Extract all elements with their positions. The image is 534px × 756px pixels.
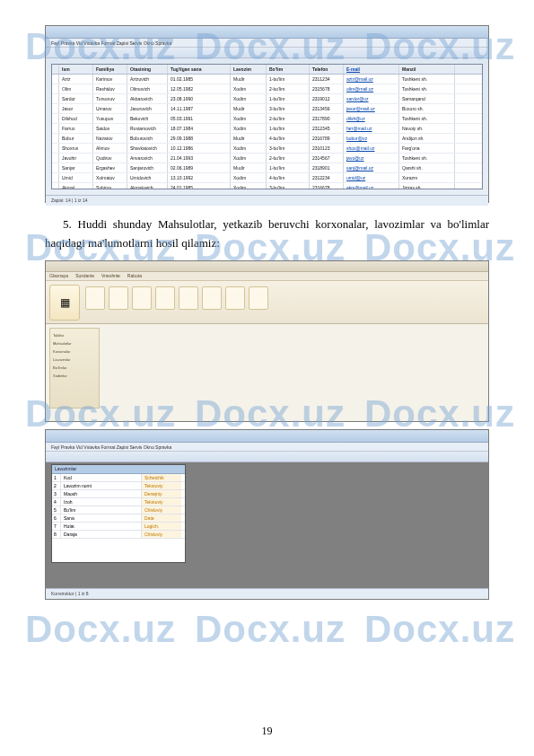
ribbon-button [85, 286, 105, 310]
screenshot-form-designer: Fayl Pravka Vid Vstavka Format Zapisi Se… [45, 429, 489, 600]
table-cell: Navoiy sh. [399, 124, 455, 133]
table-cell: 14.11.1987 [168, 104, 231, 113]
field-label: Lavozim nomi [61, 482, 142, 489]
field-type: Chisloviy [142, 531, 181, 538]
field-row: 4IzohTekstoviy [52, 498, 185, 506]
ribbon-button-large: ▦ [49, 285, 80, 321]
table-cell: aziz@mail.uz [344, 75, 399, 84]
table-cell: 23.08.1990 [168, 94, 231, 103]
table-cell: 2318901 [310, 163, 344, 172]
ribbon-body: ▦ [46, 281, 488, 324]
screenshot-data-table: Fayl Pravka Vid Vstavka Format Zapisi Se… [45, 25, 489, 203]
table-cell: 13.10.1992 [168, 173, 231, 182]
table-cell: Jasur [59, 104, 93, 113]
table-cell: Buxoro sh. [399, 104, 455, 113]
table-cell: Qarshi sh. [399, 163, 455, 172]
table-cell: 10.12.1986 [168, 144, 231, 153]
table-row: JasurUmarovJasurovich14.11.1987Mudir3-bo… [52, 104, 482, 114]
table-cell: 21.04.1993 [168, 154, 231, 163]
table-cell: Xodim [231, 124, 267, 133]
table-cell: Akbarovich [127, 94, 168, 103]
ribbon-button [155, 286, 175, 310]
table-cell: 1-bo'lim [267, 94, 310, 103]
table-cell: Jizzax sh. [399, 183, 455, 189]
table-cell: Mudir [231, 75, 267, 84]
menu-bar: Fayl Pravka Vid Vstavka Format Zapisi Se… [46, 443, 488, 452]
table-cell: Xodim [231, 144, 267, 153]
field-label: Kod [61, 474, 142, 481]
form-design-grid: Lavozimlar 1KodSchetchik2Lavozim nomiTek… [51, 464, 186, 563]
table-cell: 2316789 [310, 134, 344, 143]
window-titlebar [46, 261, 488, 272]
field-type: Schetchik [142, 474, 181, 481]
table-cell: Xodim [231, 94, 267, 103]
table-cell: 2310123 [310, 144, 344, 153]
table-cell [52, 163, 59, 172]
table-cell: 2-bo'lim [267, 154, 310, 163]
nav-item: Mahsulotlar [53, 339, 96, 347]
table-cell: javo@uz [344, 154, 399, 163]
table-cell: Mudir [231, 163, 267, 172]
table-row: JavohirQodirovAnvarovich21.04.1993Xodim2… [52, 154, 482, 163]
table-cell: 2-bo'lim [267, 84, 310, 93]
window-titlebar [46, 26, 488, 39]
table-cell: olim@mail.uz [344, 84, 399, 93]
table-header-cell: Bo'lim [267, 65, 310, 74]
field-row: 3MaoshDenejniy [52, 490, 185, 498]
table-row: BoburNazarovBoburovich29.09.1988Mudir4-b… [52, 134, 482, 144]
field-label: Izoh [61, 498, 142, 505]
field-index: 7 [52, 523, 61, 530]
field-type: Tekstoviy [142, 498, 181, 505]
table-cell: Sobirov [93, 183, 127, 189]
nav-item: Lavozimlar [53, 356, 96, 364]
table-cell: Saidov [93, 124, 127, 133]
table-cell [52, 134, 59, 143]
table-cell: 4-bo'lim [267, 173, 310, 182]
table-cell: Anvarovich [127, 154, 168, 163]
table-cell: Ergashev [93, 163, 127, 172]
toolbar [46, 48, 488, 58]
table-cell [52, 144, 59, 153]
table-cell: Aziz [59, 75, 93, 84]
table-cell: 01.02.1985 [168, 75, 231, 84]
table-cell: Toshkent sh. [399, 84, 455, 93]
table-cell [52, 84, 59, 93]
field-index: 2 [52, 482, 61, 489]
body-paragraph: 5. Huddi shunday Mahsulotlar, yetkazib b… [45, 215, 489, 253]
table-cell: Umid [59, 173, 93, 182]
table-cell: Olim [59, 84, 93, 93]
table-cell [52, 104, 59, 113]
table-cell: Bekovich [127, 114, 168, 123]
field-index: 5 [52, 506, 61, 514]
field-row: 7HolatLogich. [52, 523, 185, 531]
table-cell: 2317890 [310, 114, 344, 123]
field-label: Holat [61, 523, 142, 530]
table-header-row: IsmFamiliyaOtasiningTug'ilgan sanaLavozi… [52, 65, 482, 75]
field-label: Bo'lim [61, 506, 142, 514]
field-index: 1 [52, 474, 61, 481]
data-table: IsmFamiliyaOtasiningTug'ilgan sanaLavozi… [51, 64, 483, 189]
ribbon-tab: Glavnaya [49, 273, 68, 279]
table-header-cell: Familiya [93, 65, 127, 74]
table-row: DilshodYusupovBekovich05.03.1991Xodim2-b… [52, 114, 482, 124]
table-header-cell: Tug'ilgan sana [168, 65, 231, 74]
page-number: 19 [0, 725, 534, 738]
table-cell: Mudir [231, 104, 267, 113]
table-cell: Xorazm [399, 173, 455, 182]
table-cell: bobur@uz [344, 134, 399, 143]
table-cell: Dilshod [59, 114, 93, 123]
table-row: AzizKarimovAzizovich01.02.1985Mudir1-bo'… [52, 75, 482, 84]
table-cell: Sanjar [59, 163, 93, 172]
table-header-cell: Lavozim [231, 65, 267, 74]
table-cell: Rashidov [93, 84, 127, 93]
table-cell: Nazarov [93, 134, 127, 143]
ribbon-tab: Vneshnie [101, 273, 120, 279]
field-row: 8DarajaChisloviy [52, 531, 185, 539]
nav-item: Korxonalar [53, 347, 96, 356]
field-index: 3 [52, 490, 61, 497]
table-cell: 4-bo'lim [267, 134, 310, 143]
table-cell: sardor@uz [344, 94, 399, 103]
menu-bar: Fayl Pravka Vid Vstavka Format Zapisi Se… [46, 39, 488, 48]
navigation-panel: TablitsiMahsulotlarKorxonalarLavozimlarB… [49, 328, 100, 409]
table-header-cell: Telefon [310, 65, 344, 74]
